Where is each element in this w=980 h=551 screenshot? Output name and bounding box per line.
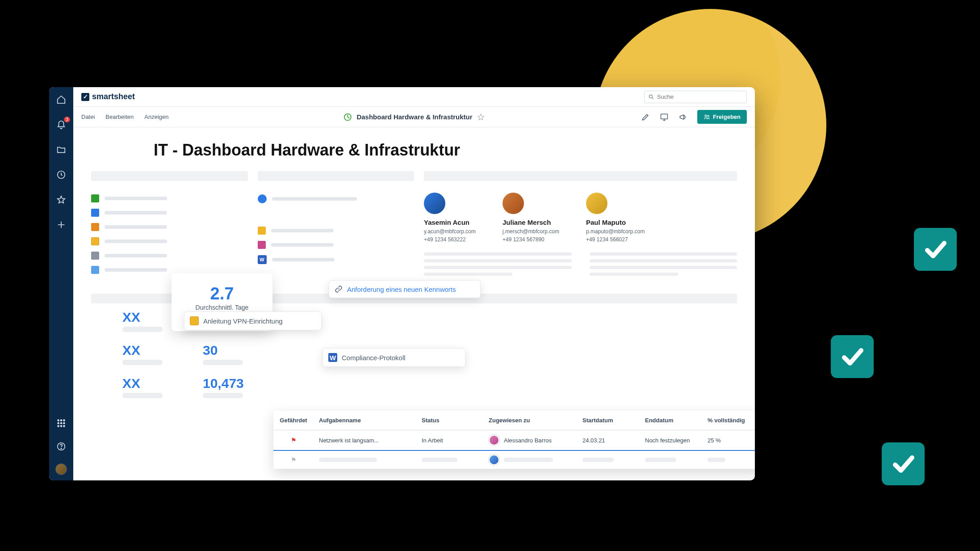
callout-compliance[interactable]: W Compliance-Protokoll — [322, 348, 465, 367]
placeholder-line — [105, 211, 167, 215]
contact-email: p.maputo@mbfcorp.com — [586, 227, 645, 236]
svg-point-8 — [61, 425, 62, 427]
placeholder-line — [105, 197, 167, 200]
contact-card[interactable]: Juliane Mersch j.mersch@mbfcorp.com +49 … — [503, 193, 559, 244]
stat-value: XX — [122, 343, 163, 358]
svg-point-2 — [61, 420, 62, 421]
top-bar: ✓ smartsheet — [73, 87, 755, 107]
contact-name: Juliane Mersch — [503, 219, 559, 226]
search-box[interactable] — [644, 91, 747, 103]
list-item[interactable]: W — [258, 255, 415, 264]
list-item[interactable] — [91, 223, 248, 231]
stat-tile: 10,473 — [203, 376, 244, 398]
contact-card[interactable]: Paul Maputo p.maputo@mbfcorp.com +49 123… — [586, 193, 645, 244]
svg-point-9 — [63, 425, 65, 427]
stat-tile: XX — [122, 343, 163, 365]
favorites-icon[interactable] — [55, 193, 67, 206]
document-title: Dashboard Hardware & Infrastruktur — [356, 113, 472, 121]
list-item[interactable] — [91, 194, 248, 202]
nav-sidebar: 3 — [49, 87, 73, 480]
search-input[interactable] — [657, 93, 743, 100]
col-header[interactable]: Gefährdet — [273, 417, 314, 424]
callout-link[interactable]: Anforderung eines neuen Kennworts — [329, 280, 481, 298]
announce-icon[interactable] — [678, 113, 687, 122]
placeholder-line — [645, 458, 676, 462]
flag-icon: ⚑ — [291, 437, 297, 444]
search-icon — [648, 94, 654, 100]
col-header[interactable]: Startdatum — [577, 417, 640, 424]
add-icon[interactable] — [55, 219, 67, 231]
menu-edit[interactable]: Bearbeiten — [105, 114, 134, 120]
contact-phone: +49 1234 567890 — [503, 236, 559, 244]
svg-point-12 — [649, 95, 652, 98]
present-icon[interactable] — [660, 113, 669, 122]
col-header[interactable]: Enddatum — [640, 417, 702, 424]
home-icon[interactable] — [55, 93, 67, 106]
sheet-icon — [91, 252, 99, 260]
folder-icon[interactable] — [55, 143, 67, 156]
text-placeholder — [590, 252, 737, 276]
assignee-name: Alessandro Barros — [504, 437, 552, 444]
callout-vpn[interactable]: Anleitung VPN-Einrichtung — [184, 311, 322, 330]
svg-point-1 — [58, 420, 59, 421]
apps-icon[interactable] — [55, 417, 67, 429]
sheet-icon — [91, 237, 99, 245]
cell-end: Noch festzulegen — [640, 437, 702, 444]
table-row[interactable]: ⚑ — [273, 451, 755, 469]
user-avatar[interactable] — [55, 463, 67, 475]
list-item[interactable] — [91, 252, 248, 260]
placeholder-line — [582, 458, 614, 462]
col-header[interactable]: % vollständig — [702, 417, 755, 424]
list-item[interactable] — [258, 194, 415, 203]
placeholder-line — [422, 458, 457, 462]
metric-value: 2.7 — [210, 284, 234, 303]
app-window: 3 ✓ smartsheet Datei Bearbeiten — [49, 87, 755, 480]
contact-phone: +49 1234 563222 — [424, 236, 476, 244]
share-button[interactable]: Freigeben — [697, 110, 747, 124]
placeholder-line — [122, 393, 163, 398]
col-header[interactable]: Aufgabenname — [314, 417, 416, 424]
placeholder-line — [504, 458, 553, 462]
menu-file[interactable]: Datei — [81, 114, 95, 120]
avatar — [586, 193, 607, 214]
placeholder-line — [271, 229, 334, 232]
stat-tile: XX — [122, 376, 163, 398]
stat-tile: 30 — [203, 343, 243, 365]
stat-value: XX — [122, 310, 163, 325]
placeholder-line — [708, 458, 725, 462]
placeholder-line — [105, 268, 167, 272]
list-item[interactable] — [258, 241, 415, 249]
widget-header-placeholder — [424, 171, 737, 181]
document-title-bar: Dashboard Hardware & Infrastruktur — [343, 113, 485, 122]
placeholder-line — [203, 360, 243, 365]
sheet-icon — [91, 209, 99, 217]
list-item[interactable] — [91, 237, 248, 245]
brand-name: smartsheet — [92, 92, 135, 101]
callout-label: Anforderung eines neuen Kennworts — [347, 286, 456, 293]
brand-logo[interactable]: ✓ smartsheet — [81, 92, 135, 101]
menu-bar: Datei Bearbeiten Anzeigen Dashboard Hard… — [73, 107, 755, 127]
list-item — [258, 210, 415, 220]
people-icon — [704, 114, 710, 120]
col-header[interactable]: Zugewiesen zu — [483, 417, 577, 424]
table-row[interactable]: ⚑ Netzwerk ist langsam... In Arbeit Ales… — [273, 430, 755, 451]
flag-icon: ⚑ — [291, 456, 297, 463]
help-icon[interactable] — [55, 440, 67, 453]
menu-view[interactable]: Anzeigen — [144, 114, 168, 120]
edit-icon[interactable] — [641, 113, 650, 122]
dashboard-icon — [343, 113, 352, 122]
check-badge-icon — [914, 228, 957, 271]
cell-start: 24.03.21 — [577, 437, 640, 444]
recent-icon[interactable] — [55, 168, 67, 181]
notifications-icon[interactable]: 3 — [55, 118, 67, 131]
list-item[interactable] — [258, 227, 415, 235]
contact-name: Yasemin Acun — [424, 219, 476, 226]
cell-assignee: Alessandro Barros — [483, 435, 577, 446]
widget-header-placeholder — [258, 171, 415, 181]
contact-card[interactable]: Yasemin Acun y.acun@mbfcorp.com +49 1234… — [424, 193, 476, 244]
favorite-star-icon[interactable] — [477, 113, 485, 121]
contact-phone: +49 1234 566027 — [586, 236, 645, 244]
list-item[interactable] — [91, 209, 248, 217]
slides-icon — [190, 316, 199, 325]
col-header[interactable]: Status — [416, 417, 483, 424]
